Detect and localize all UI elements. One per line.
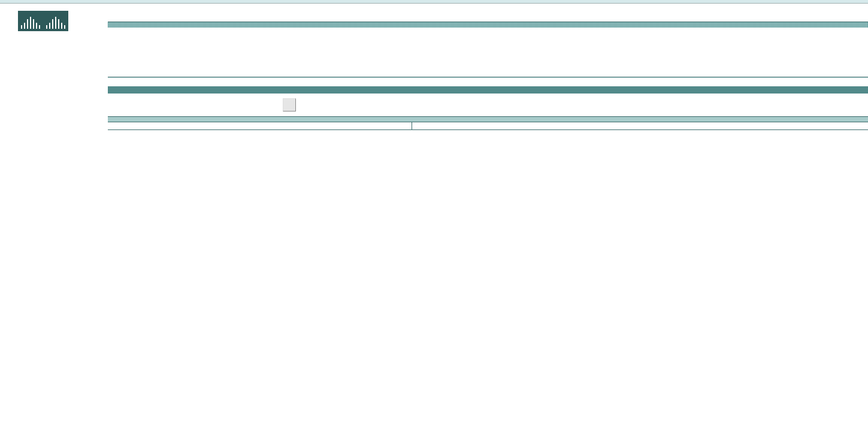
carrier-test-row: [108, 94, 868, 116]
title-area: [0, 4, 868, 66]
col-frequency: [108, 122, 412, 130]
cisco-logo: [18, 10, 68, 31]
bridge-bars-icon: [18, 11, 68, 31]
tab-row: [111, 54, 868, 66]
divider: [108, 77, 868, 78]
svg-rect-0: [18, 11, 68, 31]
hostname-line: [108, 66, 868, 74]
decorative-stripe: [108, 22, 868, 28]
output-header: [108, 116, 868, 122]
output-table: [108, 122, 868, 130]
section-header: [108, 86, 868, 94]
col-carrier-busy: [412, 122, 868, 130]
content-area: [102, 66, 868, 130]
start-button[interactable]: [283, 98, 296, 111]
